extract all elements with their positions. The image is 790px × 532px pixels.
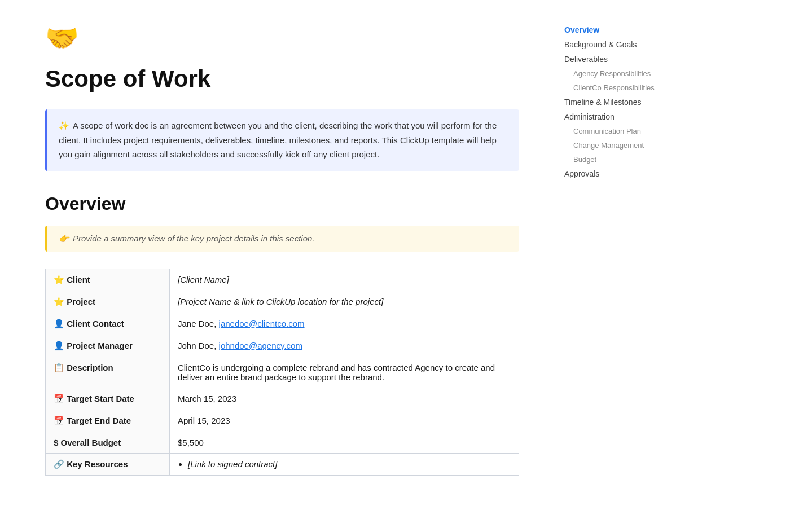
table-cell-value: [Link to signed contract] — [170, 453, 519, 475]
page-title: Scope of Work — [45, 65, 519, 93]
table-row: 📅 Target Start Date March 15, 2023 — [46, 388, 519, 410]
toc-item-budget[interactable]: Budget — [564, 152, 694, 166]
row-icon: 👤 — [54, 319, 64, 328]
table-row: 📅 Target End Date April 15, 2023 — [46, 410, 519, 432]
table-cell-value: April 15, 2023 — [170, 410, 519, 432]
table-row: ⭐ Project [Project Name & link to ClickU… — [46, 291, 519, 313]
toc-item-administration[interactable]: Administration — [564, 109, 694, 124]
row-icon: ⭐ — [54, 275, 64, 284]
table-cell-value: ClientCo is undergoing a complete rebran… — [170, 357, 519, 388]
table-row: 📋 Description ClientCo is undergoing a c… — [46, 357, 519, 388]
row-icon: 👤 — [54, 341, 64, 350]
table-cell-label: 📅 Target End Date — [46, 410, 170, 432]
toc-item-background-goals[interactable]: Background & Goals — [564, 37, 694, 52]
client-contact-email-link[interactable]: janedoe@clientco.com — [219, 319, 305, 328]
callout-sparkle-icon: ✨ — [59, 121, 69, 130]
row-icon: $ — [54, 438, 58, 447]
tip-callout: 👉Provide a summary view of the key proje… — [45, 226, 519, 252]
tip-icon: 👉 — [59, 234, 69, 243]
table-row: 👤 Project Manager John Doe, johndoe@agen… — [46, 335, 519, 357]
table-cell-label: ⭐ Project — [46, 291, 170, 313]
table-row: ⭐ Client [Client Name] — [46, 269, 519, 291]
table-row: 🔗 Key Resources [Link to signed contract… — [46, 453, 519, 475]
overview-title: Overview — [45, 194, 519, 214]
toc-item-communication-plan[interactable]: Communication Plan — [564, 124, 694, 138]
table-cell-label: 📋 Description — [46, 357, 170, 388]
project-manager-email-link[interactable]: johndoe@agency.com — [219, 341, 302, 350]
toc-item-approvals[interactable]: Approvals — [564, 166, 694, 181]
table-cell-value: John Doe, johndoe@agency.com — [170, 335, 519, 357]
toc-item-change-management[interactable]: Change Management — [564, 138, 694, 152]
header-emoji: 🤝 — [45, 23, 519, 54]
table-of-contents: Overview Background & Goals Deliverables… — [553, 0, 711, 532]
toc-item-clientco-responsibilities[interactable]: ClientCo Responsibilities — [564, 81, 694, 95]
table-cell-value: [Client Name] — [170, 269, 519, 291]
row-icon: 📋 — [54, 363, 64, 372]
table-cell-label: 🔗 Key Resources — [46, 453, 170, 475]
table-row: 👤 Client Contact Jane Doe, janedoe@clien… — [46, 313, 519, 335]
tip-text: Provide a summary view of the key projec… — [73, 234, 315, 243]
row-icon: 🔗 — [54, 459, 64, 469]
toc-item-agency-responsibilities[interactable]: Agency Responsibilities — [564, 67, 694, 81]
table-cell-value: $5,500 — [170, 432, 519, 453]
row-icon: 📅 — [54, 394, 64, 403]
callout-info-text: A scope of work doc is an agreement betw… — [59, 121, 497, 159]
table-cell-label: 📅 Target Start Date — [46, 388, 170, 410]
toc-item-deliverables[interactable]: Deliverables — [564, 52, 694, 67]
table-row: $ Overall Budget $5,500 — [46, 432, 519, 453]
overview-table: ⭐ Client [Client Name] ⭐ Project [Projec… — [45, 269, 519, 476]
table-cell-label: $ Overall Budget — [46, 432, 170, 453]
toc-item-overview[interactable]: Overview — [564, 23, 694, 37]
toc-item-timeline-milestones[interactable]: Timeline & Milestones — [564, 95, 694, 109]
row-icon: 📅 — [54, 416, 64, 425]
table-cell-value: [Project Name & link to ClickUp location… — [170, 291, 519, 313]
row-icon: ⭐ — [54, 297, 64, 306]
table-cell-value: March 15, 2023 — [170, 388, 519, 410]
table-cell-label: ⭐ Client — [46, 269, 170, 291]
main-content: 🤝 Scope of Work ✨A scope of work doc is … — [0, 0, 553, 532]
table-cell-label: 👤 Client Contact — [46, 313, 170, 335]
info-callout: ✨A scope of work doc is an agreement bet… — [45, 109, 519, 171]
table-cell-label: 👤 Project Manager — [46, 335, 170, 357]
table-cell-value: Jane Doe, janedoe@clientco.com — [170, 313, 519, 335]
